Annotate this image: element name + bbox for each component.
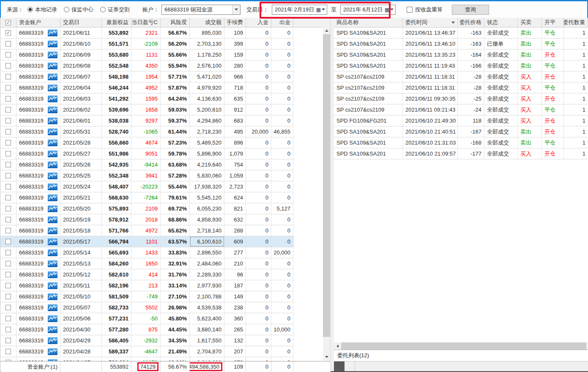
chart-icon[interactable] [48,348,57,355]
row-checkbox[interactable] [5,173,11,178]
table-row[interactable]: 66883319 2021/06/10 551,571 -2109 56.20%… [0,38,294,49]
row-checkbox[interactable] [5,261,11,266]
row-checkbox[interactable] [5,272,11,277]
chart-icon[interactable] [48,238,57,245]
scroll-left-icon[interactable] [334,342,341,350]
horizontal-scrollbar[interactable] [334,342,588,350]
chart-icon[interactable] [48,194,57,201]
row-checkbox[interactable] [5,41,11,46]
table-row[interactable]: 66883319 2021/05/11 582,196 213 33.14% 2… [0,280,294,291]
chart-icon[interactable] [48,107,57,113]
table-row[interactable]: 66883319 2021/04/28 589,337 -4647 21.49%… [0,346,294,357]
table-row[interactable]: 66883319 2021/06/03 541,292 1595 64.24% … [0,93,294,104]
select-all-checkbox[interactable] [5,20,11,25]
table-row[interactable]: 66883319 2021/04/30 577,280 875 44.45% 3… [0,324,294,335]
table-row[interactable]: 66883319 2021/05/24 548,407 -20223 55.44… [0,181,294,192]
row-checkbox[interactable] [5,74,11,79]
order-row[interactable]: SP cs2107&cs2109 2021/06/11 11:18:31 -28… [334,82,588,93]
chart-icon[interactable] [48,74,57,80]
order-row[interactable]: SPD SA109&SA201 2021/06/10 21:09:57 -177… [334,148,588,159]
chart-icon[interactable] [48,63,57,69]
table-row[interactable]: 66883319 2021/05/31 528,740 -1065 61.44%… [0,126,294,137]
header-risk[interactable]: 风险度 [161,18,190,27]
row-checkbox[interactable] [5,52,11,57]
chart-icon[interactable] [48,150,57,157]
source-radio[interactable]: 本地记录 [27,6,57,14]
row-checkbox[interactable] [5,327,11,332]
table-row[interactable]: 66883319 2021/05/25 552,348 3941 57.28% … [0,170,294,181]
chart-icon[interactable] [48,205,57,212]
row-checkbox[interactable] [5,239,11,244]
header-deposit[interactable]: 入金 [246,18,271,27]
order-row[interactable]: SP cs2107&cs2109 2021/06/11 11:18:31 -28… [334,71,588,82]
scroll-up-icon[interactable] [323,27,331,34]
table-row[interactable]: 66883319 2021/06/01 538,038 9297 59.37% … [0,115,294,126]
row-checkbox[interactable] [5,294,11,299]
chart-icon[interactable] [48,326,57,333]
date-from-picker[interactable]: 2021年 2月19日 ▦ [272,5,327,15]
table-row[interactable]: 66883319 2021/05/21 568,630 -7264 79.61%… [0,192,294,203]
scrollbar-thumb[interactable] [323,34,331,337]
header-withdraw[interactable]: 出金 [271,18,293,27]
chart-icon[interactable] [48,216,57,223]
chart-icon[interactable] [48,96,57,102]
account-select[interactable]: 66883319 铜冠金源 [161,5,241,15]
row-checkbox[interactable] [5,85,11,90]
header-fee[interactable]: 手续费 [224,18,246,27]
header-product[interactable]: 商品名称 [334,18,403,27]
order-row[interactable]: SPD SA109&SA201 2021/06/10 21:40:51 -167… [334,126,588,137]
chart-icon[interactable] [48,359,57,361]
order-row[interactable]: SPD SA109&SA201 2021/06/11 11:19:43 -166… [334,60,588,71]
header-equity[interactable]: 最新权益 [102,18,131,27]
table-row[interactable]: 66883319 2021/06/09 553,680 1131 55.66% … [0,49,294,60]
row-checkbox[interactable] [5,217,11,222]
header-account[interactable]: 资金账户 [16,18,60,27]
source-radio[interactable]: 证券交割 [100,6,130,14]
table-row[interactable]: 66883319 2021/05/20 575,893 2109 69.72% … [0,203,294,214]
table-row[interactable]: 66883319 2021/05/26 542,935 -9414 63.68%… [0,159,294,170]
row-checkbox[interactable] [5,360,11,361]
chart-icon[interactable] [48,304,57,311]
order-row[interactable]: SP cs2107&cs2109 2021/06/11 09:30:35 -25… [334,93,588,104]
chart-icon[interactable] [48,172,57,179]
row-checkbox[interactable] [5,129,11,134]
chart-icon[interactable] [48,52,57,58]
chart-icon[interactable] [48,337,57,344]
row-checkbox[interactable] [5,162,11,167]
tab[interactable] [334,361,345,371]
header-status[interactable]: 状态 [484,18,518,27]
order-row[interactable]: SP cs2107&cs2109 2021/06/11 09:21:43 -24… [334,104,588,115]
table-row[interactable]: 66883319 2021/05/14 565,693 1433 33.83% … [0,247,294,258]
order-row[interactable]: SPD FG109&FG201 2021/06/10 21:49:30 118 … [334,115,588,126]
table-row[interactable]: 66883319 2021/05/13 584,260 1650 32.91% … [0,258,294,269]
header-trade-date[interactable]: 交易日 [60,18,102,27]
header-open-close[interactable]: 开平 [542,18,564,27]
order-row[interactable]: SPD SA109&SA201 2021/06/10 21:31:03 -168… [334,137,588,148]
table-row[interactable]: 66883319 2021/05/10 581,509 -749 27.10% … [0,291,294,302]
row-checkbox[interactable] [5,30,11,36]
chart-icon[interactable] [48,129,57,135]
row-checkbox[interactable] [5,96,11,101]
chart-icon[interactable] [48,140,57,146]
row-checkbox[interactable] [5,283,11,288]
row-checkbox[interactable] [5,195,11,200]
hscrollbar-thumb[interactable] [341,342,586,350]
table-row[interactable]: 66883319 2021/04/29 586,405 -2932 34.35%… [0,335,294,346]
tab[interactable] [345,361,355,371]
row-checkbox[interactable] [5,338,11,343]
row-checkbox[interactable] [5,118,11,123]
chart-icon[interactable] [48,227,57,234]
chart-icon[interactable] [48,161,57,168]
table-row[interactable]: 66883319 2021/04/27 593,984 -20879 13.81… [0,357,294,361]
header-pnl[interactable]: 当日盈亏C [131,18,161,27]
row-checkbox[interactable] [5,206,11,211]
row-checkbox[interactable] [5,250,11,255]
row-checkbox[interactable] [5,107,11,112]
table-row[interactable]: 66883319 2021/05/12 582,610 414 31.76% 2… [0,269,294,280]
table-row[interactable]: 66883319 2021/06/04 546,244 4952 57.87% … [0,82,294,93]
row-checkbox[interactable] [5,228,11,233]
table-row[interactable]: 66883319 2021/06/07 548,198 1954 57.71% … [0,71,294,82]
header-order-time[interactable]: 委托时间 [403,18,458,27]
row-checkbox[interactable] [5,349,11,354]
order-row[interactable]: SPD SA109&SA201 2021/06/11 13:46:37 -163… [334,27,588,38]
